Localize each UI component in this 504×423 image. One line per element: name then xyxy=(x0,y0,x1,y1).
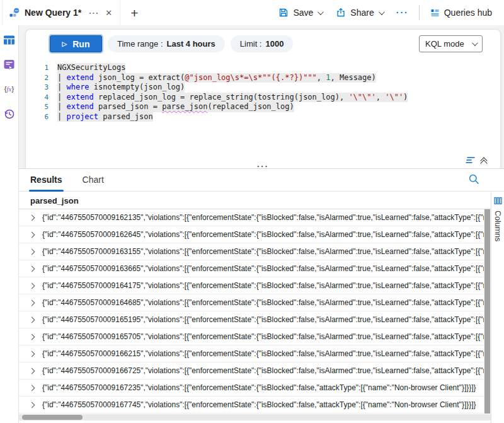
kql-mode-value: KQL mode xyxy=(425,39,464,49)
time-range-picker[interactable]: Time range : Last 4 hours xyxy=(108,35,225,52)
horizontal-scrollbar-thumb[interactable] xyxy=(22,415,83,420)
share-button[interactable]: Share xyxy=(329,0,389,25)
row-json-value: {"id":"4467550570009162645","violations"… xyxy=(42,230,484,239)
expand-row-chevron-icon[interactable] xyxy=(29,265,35,272)
results-panel: Results Chart parsed_json {"id":"4467550… xyxy=(19,168,504,423)
table-row[interactable]: {"id":"4467550570009162645","violations"… xyxy=(19,226,484,243)
functions-icon[interactable]: {fx} xyxy=(3,82,16,96)
run-label: Run xyxy=(72,39,89,49)
row-json-value: {"id":"4467550570009167235","violations"… xyxy=(42,383,484,392)
table-row[interactable]: {"id":"4467550570009163665","violations"… xyxy=(19,260,484,277)
tab-chart[interactable]: Chart xyxy=(83,175,104,186)
row-json-value: {"id":"4467550570009166725","violations"… xyxy=(42,366,484,375)
table-icon[interactable] xyxy=(3,33,16,47)
queries-hub-button[interactable]: Queries hub xyxy=(423,0,499,25)
results-grid: {"id":"4467550570009162135","violations"… xyxy=(19,209,484,414)
code-line[interactable]: 2| extend json_log = extract(@"json_log\… xyxy=(26,73,498,83)
tab-overflow-icon[interactable]: ··· xyxy=(89,8,99,18)
align-lines-icon[interactable] xyxy=(465,156,476,165)
results-tab-bar: Results Chart xyxy=(19,169,504,192)
expand-row-chevron-icon[interactable] xyxy=(29,299,35,306)
table-row[interactable]: {"id":"4467550570009163155","violations"… xyxy=(19,243,484,260)
table-row[interactable]: {"id":"4467550570009162135","violations"… xyxy=(19,209,484,226)
code-text: NGXSecurityLogs xyxy=(57,63,125,73)
time-range-label: Time range : xyxy=(117,39,163,49)
limit-picker[interactable]: Limit : 1000 xyxy=(231,35,294,52)
columns-icon[interactable] xyxy=(494,197,502,205)
queries-hub-label: Queries hub xyxy=(444,8,492,18)
table-row[interactable]: {"id":"4467550570009164685","violations"… xyxy=(19,294,484,311)
left-rail: {fx} xyxy=(0,25,19,423)
columns-side-panel: Columns xyxy=(491,192,504,423)
line-number: 4 xyxy=(26,93,49,103)
line-number: 2 xyxy=(26,73,49,83)
code-line[interactable]: 4| extend replaced_json_log = replace_st… xyxy=(26,93,498,103)
grid-column-header[interactable]: parsed_json xyxy=(19,192,491,209)
top-bar: New Query 1* ··· ✕ + Save xyxy=(0,0,504,25)
table-row[interactable]: {"id":"4467550570009166215","violations"… xyxy=(19,345,484,362)
kql-mode-dropdown[interactable]: KQL mode xyxy=(419,35,483,52)
toolbar-divider xyxy=(419,5,420,20)
time-range-value: Last 4 hours xyxy=(167,39,215,49)
table-row[interactable]: {"id":"4467550570009166725","violations"… xyxy=(19,362,484,380)
row-json-value: {"id":"4467550570009163155","violations"… xyxy=(42,247,484,256)
code-text: | project parsed_json xyxy=(57,112,153,122)
code-text: | extend json_log = extract(@"json_log\s… xyxy=(57,73,376,83)
tab-results[interactable]: Results xyxy=(30,175,62,186)
code-line[interactable]: 3| where isnotempty(json_log) xyxy=(26,83,498,93)
table-row[interactable]: {"id":"4467550570009167235","violations"… xyxy=(19,380,484,397)
table-row[interactable]: {"id":"4467550570009165195","violations"… xyxy=(19,311,484,328)
tab-close-icon[interactable]: ✕ xyxy=(105,8,112,18)
share-label: Share xyxy=(350,8,374,18)
query-document-icon[interactable] xyxy=(3,57,16,71)
expand-row-chevron-icon[interactable] xyxy=(29,231,35,238)
kusto-web-explorer: New Query 1* ··· ✕ + Save xyxy=(0,0,504,423)
code-text: | extend parsed_json = parse_json(replac… xyxy=(57,102,294,112)
expand-row-chevron-icon[interactable] xyxy=(29,402,35,408)
columns-panel-label[interactable]: Columns xyxy=(493,211,502,241)
pane-splitter-handle[interactable]: ··· xyxy=(257,161,269,171)
row-json-value: {"id":"4467550570009166215","violations"… xyxy=(42,349,484,358)
table-row[interactable]: {"id":"4467550570009165705","violations"… xyxy=(19,328,484,345)
collapse-editor-icon[interactable] xyxy=(481,158,486,163)
limit-value: 1000 xyxy=(265,39,284,49)
code-line[interactable]: 5| extend parsed_json = parse_json(repla… xyxy=(26,102,498,112)
expand-row-chevron-icon[interactable] xyxy=(29,333,35,340)
vertical-scrollbar[interactable] xyxy=(484,209,491,414)
save-button[interactable]: Save xyxy=(272,0,329,25)
expand-row-chevron-icon[interactable] xyxy=(29,282,35,289)
more-options-button[interactable]: ··· xyxy=(390,8,415,18)
row-json-value: {"id":"4467550570009165195","violations"… xyxy=(42,315,484,324)
code-line[interactable]: 6| project parsed_json xyxy=(26,112,498,122)
chevron-down-icon[interactable] xyxy=(318,9,324,15)
query-history-icon[interactable] xyxy=(3,107,16,120)
share-icon xyxy=(336,8,346,18)
query-tab[interactable]: New Query 1* ··· ✕ xyxy=(2,0,120,25)
code-line[interactable]: 1NGXSecurityLogs xyxy=(26,63,498,73)
vertical-scrollbar-thumb[interactable] xyxy=(484,209,490,414)
table-row[interactable]: {"id":"4467550570009167745","violations"… xyxy=(19,397,484,414)
expand-row-chevron-icon[interactable] xyxy=(29,368,35,374)
chevron-down-icon[interactable] xyxy=(379,9,385,15)
line-number: 3 xyxy=(26,83,49,93)
line-number: 1 xyxy=(26,63,49,73)
code-lines[interactable]: 1NGXSecurityLogs2| extend json_log = ext… xyxy=(26,63,498,122)
search-icon[interactable] xyxy=(468,173,480,185)
expand-row-chevron-icon[interactable] xyxy=(29,248,35,255)
table-row[interactable]: {"id":"4467550570009164175","violations"… xyxy=(19,277,484,294)
play-icon: ▷ xyxy=(62,41,67,47)
code-text: | extend replaced_json_log = replace_str… xyxy=(57,93,408,103)
expand-row-chevron-icon[interactable] xyxy=(29,351,35,357)
expand-row-chevron-icon[interactable] xyxy=(29,385,35,391)
horizontal-scrollbar[interactable] xyxy=(19,414,491,420)
line-number: 5 xyxy=(26,102,49,112)
run-button[interactable]: ▷ Run xyxy=(50,35,102,52)
row-json-value: {"id":"4467550570009163665","violations"… xyxy=(42,264,484,273)
expand-row-chevron-icon[interactable] xyxy=(29,214,35,221)
row-json-value: {"id":"4467550570009167745","violations"… xyxy=(42,400,484,409)
expand-row-chevron-icon[interactable] xyxy=(29,316,35,323)
row-json-value: {"id":"4467550570009164685","violations"… xyxy=(42,298,484,307)
topbar-actions: Save Share ··· xyxy=(272,0,504,25)
new-tab-button[interactable]: + xyxy=(130,6,138,20)
editor-card: ▷ Run Time range : Last 4 hours Limit : … xyxy=(25,29,501,168)
